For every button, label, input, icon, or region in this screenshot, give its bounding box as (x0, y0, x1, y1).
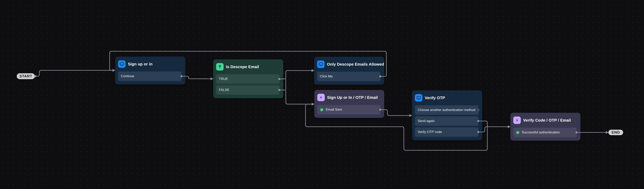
node-row[interactable]: Send again (415, 116, 478, 126)
input-arrow-icon (312, 69, 314, 72)
node-title: Only Descope Emails Allowed (327, 62, 384, 67)
output-port[interactable] (278, 89, 280, 91)
start-label: START (20, 74, 32, 78)
output-port[interactable] (576, 131, 578, 133)
node-verify-code-otp-email[interactable]: Verify Code / OTP / Email Successful aut… (510, 113, 580, 141)
node-sign-up-or-in-otp-email[interactable]: Sign Up or In / OTP / Email Email Sent (314, 90, 384, 118)
node-verify-otp[interactable]: Verify OTP Choose another authentication… (412, 90, 482, 140)
node-is-descope-email[interactable]: Is Descope Email TRUE FALSE (213, 59, 283, 98)
edge-false-to-signupotp[interactable] (279, 90, 314, 104)
node-header: Sign Up or In / OTP / Email (317, 94, 380, 101)
start-node[interactable]: START (17, 73, 35, 79)
node-row[interactable]: Continue (118, 71, 182, 81)
edge-start-to-signup[interactable] (35, 70, 115, 76)
node-only-descope-emails-allowed[interactable]: Only Descope Emails Allowed Click Me (314, 57, 384, 85)
node-title: Sign Up or In / OTP / Email (327, 95, 378, 100)
node-row[interactable]: Verify OTP code (415, 127, 478, 137)
input-arrow-icon (112, 69, 115, 72)
check-icon (320, 108, 324, 111)
edge-true-to-onlydescope[interactable] (279, 70, 314, 79)
branch-icon (216, 63, 224, 70)
screen-icon (415, 94, 422, 102)
input-arrow-icon (210, 77, 213, 80)
node-sign-up-or-in[interactable]: Sign up or in Continue (115, 57, 186, 84)
node-header: Only Descope Emails Allowed (317, 60, 380, 68)
node-header: Verify Code / OTP / Email (513, 117, 577, 124)
output-port[interactable] (477, 131, 479, 133)
node-title: Verify OTP (425, 96, 445, 100)
node-title: Sign up or in (128, 62, 152, 66)
input-arrow-icon (508, 125, 510, 128)
node-row[interactable]: Email Sent (317, 105, 380, 114)
output-port[interactable] (379, 75, 381, 77)
node-header: Sign up or in (118, 60, 182, 68)
output-port[interactable] (180, 75, 182, 77)
edge-emailsent-to-verifyotp[interactable] (380, 110, 412, 116)
end-label: END (612, 130, 620, 135)
input-arrow-icon (312, 103, 314, 106)
flow-canvas[interactable]: START END Sign up or in Continue (0, 0, 644, 189)
output-port[interactable] (379, 109, 381, 111)
screen-icon (317, 60, 324, 68)
start-output-port[interactable] (34, 75, 36, 77)
end-node[interactable]: END (608, 130, 623, 135)
node-row[interactable]: Click Me (317, 72, 380, 81)
edge-verifyotpcode-to-verifycode[interactable] (478, 127, 510, 132)
screen-icon (118, 60, 126, 68)
bolt-icon (513, 117, 521, 124)
input-arrow-icon (410, 114, 412, 117)
node-row[interactable]: Choose another authentication method (415, 105, 478, 115)
output-port[interactable] (477, 109, 480, 111)
node-title: Verify Code / OTP / Email (523, 118, 571, 123)
check-icon (516, 131, 520, 134)
node-row[interactable]: TRUE (216, 74, 280, 84)
node-header: Verify OTP (415, 94, 478, 102)
output-port[interactable] (477, 120, 479, 122)
node-title: Is Descope Email (226, 65, 259, 69)
edge-continue-to-isdescope[interactable] (181, 76, 213, 79)
output-port[interactable] (278, 78, 280, 80)
bolt-icon (317, 94, 325, 101)
input-arrow-icon (606, 131, 608, 134)
node-row[interactable]: Successful authentication (513, 128, 577, 137)
node-header: Is Descope Email (216, 63, 280, 70)
node-row[interactable]: FALSE (216, 85, 280, 95)
